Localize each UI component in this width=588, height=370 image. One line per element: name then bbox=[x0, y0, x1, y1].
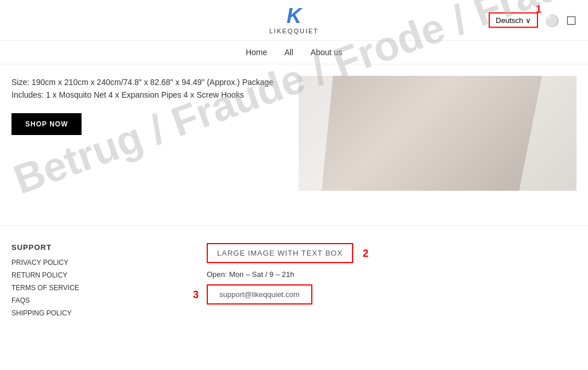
footer-contact-section: LARGE IMAGE WITH TEXT BOX 2 Open: Mon – … bbox=[138, 243, 577, 322]
footer-return-policy[interactable]: RETURN POLICY bbox=[11, 271, 138, 279]
footer-privacy-policy[interactable]: PRIVACY POLICY bbox=[11, 259, 138, 267]
product-image bbox=[299, 76, 577, 191]
product-description: Size: 190cm x 210cm x 240cm/74.8" x 82.6… bbox=[11, 76, 299, 102]
header-right-controls: Deutsch ∨ 1 ⚪ ☐ bbox=[489, 13, 577, 28]
annotation-label-3: 3 bbox=[193, 288, 199, 300]
footer-terms-of-service[interactable]: TERMS OF SERVICE bbox=[11, 284, 138, 292]
annotation-label-2: 2 bbox=[363, 247, 369, 259]
nav-home[interactable]: Home bbox=[246, 48, 267, 57]
header: K LIKEQQUIET Deutsch ∨ 1 ⚪ ☐ bbox=[0, 0, 588, 41]
logo-name: LIKEQQUIET bbox=[269, 28, 319, 34]
footer-shipping-policy[interactable]: SHIPPING POLICY bbox=[11, 309, 138, 317]
chevron-down-icon: ∨ bbox=[525, 16, 531, 25]
logo[interactable]: K LIKEQQUIET bbox=[269, 6, 319, 34]
fabric-left bbox=[299, 76, 345, 191]
fabric-right bbox=[519, 76, 577, 191]
footer-support-title: SUPPORT bbox=[11, 243, 138, 252]
annotation-label-1: 1 bbox=[536, 3, 541, 16]
logo-k-icon: K bbox=[287, 6, 301, 26]
email-address[interactable]: support@likeqquiet.com bbox=[219, 290, 300, 299]
footer-faqs[interactable]: FAQS bbox=[11, 296, 138, 305]
user-icon[interactable]: ⚪ bbox=[545, 13, 559, 27]
open-hours: Open: Mon – Sat / 9 – 21h bbox=[207, 270, 295, 279]
nav-all[interactable]: All bbox=[284, 48, 293, 57]
main-content: Size: 190cm x 210cm x 240cm/74.8" x 82.6… bbox=[0, 64, 588, 202]
email-box: 3 support@likeqquiet.com bbox=[207, 284, 312, 305]
bed-image-placeholder bbox=[299, 76, 577, 191]
language-selector[interactable]: Deutsch ∨ 1 bbox=[489, 13, 538, 28]
footer: SUPPORT PRIVACY POLICY RETURN POLICY TER… bbox=[0, 225, 588, 339]
cart-icon[interactable]: ☐ bbox=[566, 13, 577, 27]
large-image-text-box: LARGE IMAGE WITH TEXT BOX 2 bbox=[207, 243, 353, 263]
nav-about[interactable]: About us bbox=[311, 48, 342, 57]
large-image-box-label: LARGE IMAGE WITH TEXT BOX bbox=[217, 249, 343, 257]
language-label: Deutsch bbox=[496, 16, 523, 25]
product-info: Size: 190cm x 210cm x 240cm/74.8" x 82.6… bbox=[11, 76, 299, 191]
footer-links-section: SUPPORT PRIVACY POLICY RETURN POLICY TER… bbox=[11, 243, 138, 322]
main-nav: Home All About us bbox=[0, 41, 588, 64]
shop-now-button[interactable]: SHOP NOW bbox=[11, 113, 82, 135]
